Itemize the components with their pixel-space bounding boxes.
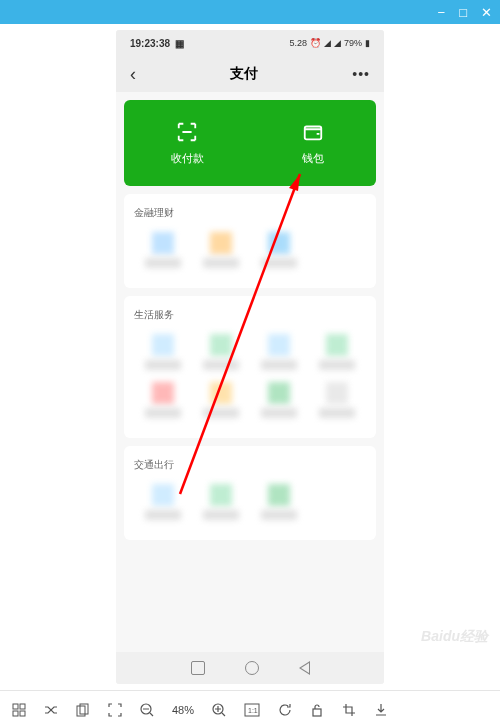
rotate-icon[interactable] — [278, 703, 292, 717]
download-icon[interactable] — [374, 703, 388, 717]
service-label — [319, 408, 355, 418]
copy-icon[interactable] — [76, 703, 90, 717]
service-label — [261, 360, 297, 370]
wallet-icon — [301, 121, 325, 143]
section-card: 生活服务 — [124, 296, 376, 438]
service-label — [261, 510, 297, 520]
svg-rect-5 — [13, 711, 18, 716]
window-titlebar: − □ ✕ — [0, 0, 500, 24]
viewer-toolbar: 48% 1:1 — [0, 690, 500, 728]
pay-receive-button[interactable]: 收付款 — [124, 100, 250, 186]
service-icon — [152, 382, 174, 404]
service-label — [319, 360, 355, 370]
zoom-out-icon[interactable] — [140, 703, 154, 717]
minimize-button[interactable]: − — [438, 5, 446, 20]
qr-scan-icon — [175, 121, 199, 143]
close-button[interactable]: ✕ — [481, 5, 492, 20]
grid-item[interactable] — [134, 232, 192, 268]
grid-item[interactable] — [250, 232, 308, 268]
service-icon — [268, 382, 290, 404]
grid-item[interactable] — [250, 484, 308, 520]
service-label — [145, 408, 181, 418]
more-button[interactable]: ••• — [352, 66, 370, 82]
svg-rect-6 — [20, 711, 25, 716]
service-icon — [326, 334, 348, 356]
phone-status-bar: 19:23:38 ▦ 5.28 ⏰ ◢ ◢ 79% ▮ — [116, 30, 384, 56]
grid-item[interactable] — [192, 232, 250, 268]
calendar-icon: ▦ — [175, 38, 184, 49]
wallet-button[interactable]: 钱包 — [250, 100, 376, 186]
service-icon — [152, 334, 174, 356]
service-icon — [152, 484, 174, 506]
page-title: 支付 — [230, 65, 258, 83]
phone-back-button[interactable] — [299, 661, 310, 675]
service-label — [203, 258, 239, 268]
grid-item[interactable] — [192, 334, 250, 370]
page-header: ‹ 支付 ••• — [116, 56, 384, 92]
service-icon — [210, 334, 232, 356]
service-icon — [210, 484, 232, 506]
alarm-icon: ⏰ — [310, 38, 321, 48]
service-label — [145, 258, 181, 268]
back-button[interactable]: ‹ — [130, 64, 136, 85]
grid-item[interactable] — [250, 382, 308, 418]
svg-rect-3 — [13, 704, 18, 709]
service-label — [261, 258, 297, 268]
zoom-level: 48% — [172, 704, 194, 716]
signal-icon: ◢ — [324, 38, 331, 48]
service-icon — [268, 484, 290, 506]
service-label — [203, 360, 239, 370]
maximize-button[interactable]: □ — [459, 5, 467, 20]
section-title: 金融理财 — [134, 206, 366, 220]
grid-item[interactable] — [134, 382, 192, 418]
svg-text:1:1: 1:1 — [248, 707, 258, 714]
phone-screenshot: 19:23:38 ▦ 5.28 ⏰ ◢ ◢ 79% ▮ ‹ 支付 ••• — [116, 30, 384, 684]
crop-icon[interactable] — [342, 703, 356, 717]
grid-item[interactable] — [192, 484, 250, 520]
service-label — [145, 360, 181, 370]
home-button[interactable] — [245, 661, 259, 675]
service-icon — [210, 232, 232, 254]
service-icon — [152, 232, 174, 254]
service-label — [203, 408, 239, 418]
actual-size-icon[interactable]: 1:1 — [244, 703, 260, 717]
wifi-icon: ◢ — [334, 38, 341, 48]
section-card: 金融理财 — [124, 194, 376, 288]
grid-item[interactable] — [134, 334, 192, 370]
grid-item[interactable] — [308, 382, 366, 418]
grid-view-icon[interactable] — [12, 703, 26, 717]
service-label — [261, 408, 297, 418]
wallet-label: 钱包 — [302, 151, 324, 166]
shuffle-icon[interactable] — [44, 703, 58, 717]
pay-receive-label: 收付款 — [171, 151, 204, 166]
svg-rect-13 — [313, 709, 321, 716]
zoom-in-icon[interactable] — [212, 703, 226, 717]
battery-percent: 79% — [344, 38, 362, 48]
section-title: 交通出行 — [134, 458, 366, 472]
service-label — [145, 510, 181, 520]
battery-icon: ▮ — [365, 38, 370, 48]
service-icon — [326, 382, 348, 404]
watermark: Baidu经验 — [421, 628, 488, 646]
payment-actions-card: 收付款 钱包 — [124, 100, 376, 186]
fullscreen-icon[interactable] — [108, 703, 122, 717]
section-card: 交通出行 — [124, 446, 376, 540]
service-icon — [210, 382, 232, 404]
status-date: 5.28 — [289, 38, 307, 48]
service-icon — [268, 232, 290, 254]
status-time: 19:23:38 — [130, 38, 170, 49]
grid-item[interactable] — [250, 334, 308, 370]
phone-nav-bar — [116, 652, 384, 684]
section-title: 生活服务 — [134, 308, 366, 322]
grid-item[interactable] — [134, 484, 192, 520]
service-label — [203, 510, 239, 520]
recent-apps-button[interactable] — [191, 661, 205, 675]
viewer-content: 19:23:38 ▦ 5.28 ⏰ ◢ ◢ 79% ▮ ‹ 支付 ••• — [0, 24, 500, 690]
grid-item[interactable] — [192, 382, 250, 418]
grid-item[interactable] — [308, 334, 366, 370]
lock-icon[interactable] — [310, 703, 324, 717]
service-icon — [268, 334, 290, 356]
svg-rect-4 — [20, 704, 25, 709]
